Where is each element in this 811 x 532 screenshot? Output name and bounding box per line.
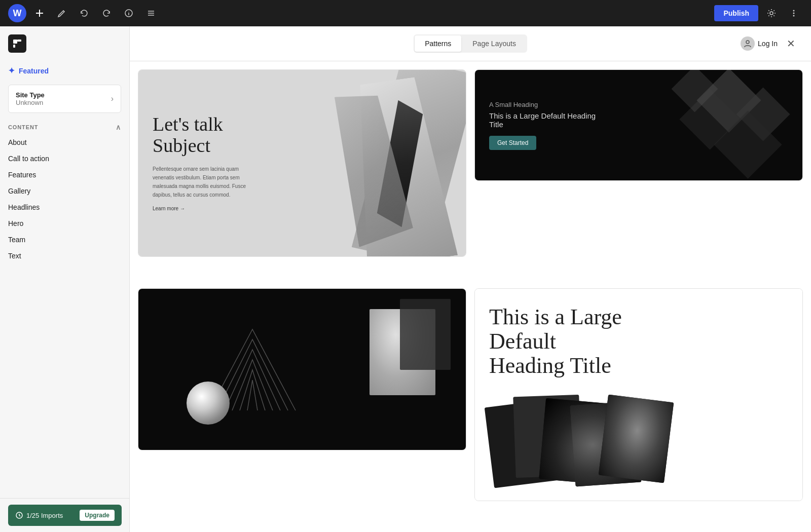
svg-point-14 (746, 41, 749, 44)
content-section-label[interactable]: CONTENT ∧ (0, 117, 129, 134)
redo-button[interactable] (97, 4, 116, 22)
site-type-button[interactable]: Site Type Unknown › (8, 85, 121, 113)
featured-icon: ✦ (8, 66, 15, 75)
svg-rect-10 (13, 40, 17, 44)
svg-point-9 (793, 15, 795, 17)
card1-shapes (269, 70, 466, 256)
gear-button[interactable] (762, 4, 781, 22)
add-button[interactable] (30, 4, 49, 22)
svg-rect-12 (17, 40, 21, 42)
card-white-heading[interactable]: This is a Large Default Heading Title (474, 288, 803, 501)
card2-small-heading: A Small Heading (489, 101, 601, 108)
card2-content: A Small Heading This is a Large Default … (489, 101, 601, 150)
list-button[interactable] (142, 4, 160, 22)
nav-gallery[interactable]: Gallery (0, 183, 129, 199)
topbar-left: W (8, 4, 160, 22)
topbar: W Publish (0, 0, 811, 26)
svg-point-8 (793, 13, 795, 14)
user-avatar (741, 36, 755, 51)
main-layout: ✦ Featured Site Type Unknown › CONTENT ∧… (0, 26, 811, 532)
svg-rect-11 (13, 45, 15, 48)
tabs-group: Patterns Page Layouts (414, 34, 527, 53)
svg-point-6 (770, 12, 773, 15)
card4-heading: This is a Large Default Heading Title (489, 305, 631, 378)
card1-link[interactable]: Learn more → (153, 206, 185, 211)
nav-text[interactable]: Text (0, 248, 129, 264)
info-button[interactable] (120, 4, 138, 22)
wp-logo[interactable]: W (8, 4, 26, 22)
content-area: Patterns Page Layouts Log In ✕ (130, 26, 811, 532)
tab-page-layouts[interactable]: Page Layouts (462, 35, 526, 52)
close-button[interactable]: ✕ (783, 35, 799, 52)
nav-hero[interactable]: Hero (0, 215, 129, 232)
undo-button[interactable] (75, 4, 93, 22)
site-type-info: Site Type Unknown (16, 91, 45, 106)
card-dark-heading[interactable]: A Small Heading This is a Large Default … (474, 69, 803, 181)
section-toggle-icon: ∧ (116, 123, 121, 131)
sidebar-logo-area (0, 26, 129, 61)
nav-team[interactable]: Team (0, 232, 129, 248)
card2-diamonds (612, 70, 792, 180)
card-dark-abstract[interactable] (138, 288, 466, 450)
card3-inner (138, 289, 466, 450)
featured-label: Featured (19, 67, 49, 75)
publish-button[interactable]: Publish (714, 5, 758, 21)
nav-call-to-action[interactable]: Call to action (0, 150, 129, 167)
card3-sphere (187, 382, 230, 425)
imports-bar: 1/25 Imports Upgrade (8, 505, 122, 526)
card1-heading: Let's talk Subject (153, 114, 254, 157)
svg-point-7 (793, 10, 795, 12)
more-options-button[interactable] (785, 4, 803, 22)
content-header: Patterns Page Layouts Log In ✕ (130, 26, 811, 61)
card4-inner: This is a Large Default Heading Title (475, 289, 802, 501)
cards-grid: Let's talk Subject Pellentesque ornare s… (130, 61, 811, 532)
card-hero-light[interactable]: Let's talk Subject Pellentesque ornare s… (138, 69, 466, 257)
sidebar: ✦ Featured Site Type Unknown › CONTENT ∧… (0, 26, 130, 532)
sidebar-footer: 1/25 Imports Upgrade (0, 498, 130, 532)
chevron-right-icon: › (111, 94, 114, 103)
card2-cta[interactable]: Get Started (489, 136, 536, 150)
site-type-value: Unknown (16, 99, 45, 106)
import-icon (15, 511, 23, 519)
imports-label: 1/25 Imports (26, 512, 63, 519)
upgrade-button[interactable]: Upgrade (80, 510, 115, 521)
topbar-right: Publish (714, 4, 803, 22)
nav-features[interactable]: Features (0, 167, 129, 183)
login-label: Log In (758, 40, 778, 48)
edit-button[interactable] (53, 4, 71, 22)
imports-left: 1/25 Imports (15, 511, 63, 519)
sidebar-logo-icon (8, 34, 26, 53)
nav-about[interactable]: About (0, 134, 129, 150)
site-type-label: Site Type (16, 91, 45, 99)
card4-images (489, 387, 788, 484)
card1-body: Pellentesque ornare sem lacinia quam ven… (153, 165, 254, 199)
nav-headlines[interactable]: Headlines (0, 199, 129, 215)
stack-img-5 (599, 394, 674, 483)
card2-large-heading: This is a Large Default Heading Title (489, 111, 601, 129)
card3-box2 (400, 299, 451, 370)
svg-rect-1 (36, 13, 43, 14)
login-area[interactable]: Log In (741, 36, 778, 51)
tab-patterns[interactable]: Patterns (415, 35, 461, 52)
featured-item[interactable]: ✦ Featured (0, 61, 129, 81)
